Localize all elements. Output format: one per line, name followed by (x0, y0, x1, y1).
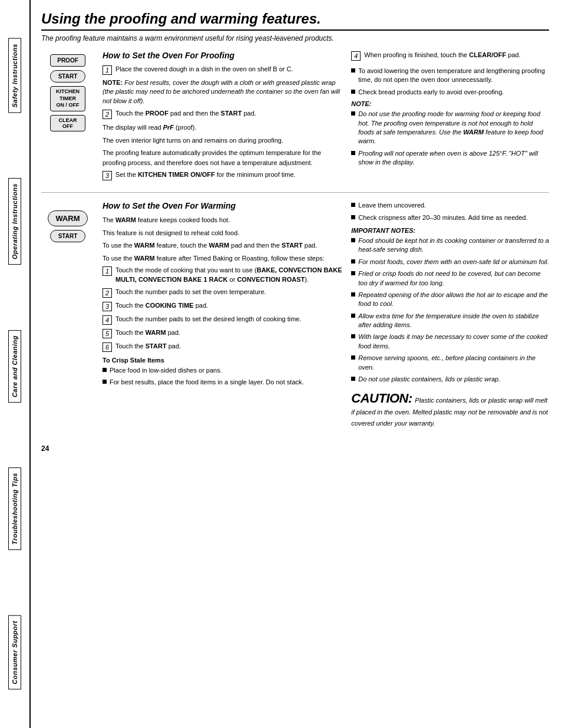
sidebar-item-troubleshooting[interactable]: Troubleshooting Tips (8, 467, 21, 550)
warming-heading: How to Set the Oven For Warming (103, 201, 344, 210)
warming-step2: 2 Touch the number pads to set the oven … (103, 288, 344, 298)
main-content: Using the proofing and warming features.… (31, 0, 562, 728)
warming-step5: 5 Touch the WARM pad. (103, 328, 344, 338)
sidebar-item-safety[interactable]: Safety Instructions (8, 38, 21, 113)
warming-intro2: This feature is not designed to reheat c… (103, 228, 344, 238)
warming-timed: To use the WARM feature after Timed Baki… (103, 253, 344, 263)
page-subtitle: The proofing feature maintains a warm en… (41, 34, 549, 42)
imp-bullet7: Remove serving spoons, etc., before plac… (351, 354, 549, 372)
proofing-step2: 2 Touch the PROOF pad and then the START… (103, 109, 344, 119)
sidebar-item-consumer[interactable]: Consumer Support (8, 615, 21, 690)
kitchen-timer-button[interactable]: KITCHENTIMERON / OFF (50, 86, 85, 111)
light-text: The oven interior light turns on and rem… (103, 136, 344, 146)
warming-right-col: Leave them uncovered. Check crispness af… (351, 201, 549, 428)
crisp-bullet1: Place food in low-sided dishes or pans. (103, 366, 344, 375)
sidebar-item-care[interactable]: Care and Cleaning (8, 330, 21, 403)
proofing-right-col: 4 When proofing is finished, touch the C… (351, 51, 549, 184)
start-button-warm[interactable]: START (50, 230, 85, 242)
imp-bullet4: Repeated opening of the door allows the … (351, 291, 549, 309)
imp-bullet6: With large loads it may be necessary to … (351, 332, 549, 351)
start-button-proof[interactable]: START (50, 70, 85, 83)
sidebar: Safety Instructions Operating Instructio… (0, 0, 31, 728)
proofing-section: PROOF START KITCHENTIMERON / OFF CLEAROF… (41, 51, 549, 193)
proofing-bullet2: Check bread products early to avoid over… (351, 88, 549, 97)
imp-bullet5: Allow extra time for the temperature ins… (351, 312, 549, 330)
sidebar-item-operating[interactable]: Operating Instructions (8, 178, 21, 265)
caution-block: CAUTION: Plastic containers, lids or pla… (351, 391, 549, 428)
proofing-note-bullet1: Do not use the proofing mode for warming… (351, 110, 549, 146)
clear-off-button[interactable]: CLEAROFF (50, 115, 85, 131)
proofing-heading: How to Set the Oven For Proofing (103, 51, 344, 60)
caution-title: CAUTION: (351, 391, 412, 406)
proofing-note: NOTE: For best results, cover the dough … (103, 78, 344, 106)
warming-intro1: The WARM feature keeps cooked foods hot. (103, 215, 344, 225)
imp-bullet8: Do not use plastic containers, lids or p… (351, 375, 549, 384)
feature-text: The proofing feature automatically provi… (103, 148, 344, 167)
page-number: 24 (41, 444, 549, 453)
display-text: The display will read PrF (proof). (103, 123, 344, 133)
proofing-step1: 1 Place the covered dough in a dish in t… (103, 65, 344, 75)
proofing-step3: 3 Set the KITCHEN TIMER ON/OFF for the m… (103, 170, 344, 180)
proofing-body: How to Set the Oven For Proofing 1 Place… (103, 51, 549, 184)
imp-bullet1: Food should be kept hot in its cooking c… (351, 236, 549, 255)
warming-use: To use the WARM feature, touch the WARM … (103, 241, 344, 251)
warming-step4: 4 Touch the number pads to set the desir… (103, 315, 344, 325)
proof-button[interactable]: PROOF (50, 54, 85, 67)
note-text-body: For best results, cover the dough with a… (103, 79, 340, 104)
warming-body: How to Set the Oven For Warming The WARM… (103, 201, 549, 428)
imp-bullet2: For moist foods, cover them with an oven… (351, 258, 549, 266)
crisp-bullet2: For best results, place the food items i… (103, 378, 344, 387)
warming-section: WARM START How to Set the Oven For Warmi… (41, 201, 549, 436)
warming-buttons: WARM START (41, 201, 94, 428)
proofing-buttons: PROOF START KITCHENTIMERON / OFF CLEAROF… (41, 51, 94, 184)
proofing-step4: 4 When proofing is finished, touch the C… (351, 51, 549, 61)
proofing-left-col: How to Set the Oven For Proofing 1 Place… (103, 51, 344, 184)
page-title: Using the proofing and warming features. (41, 11, 549, 31)
imp-bullet3: Fried or crisp foods do not need to be c… (351, 269, 549, 288)
warming-step6: 6 Touch the START pad. (103, 342, 344, 352)
warming-step3: 3 Touch the COOKING TIME pad. (103, 301, 344, 311)
note2-heading: NOTE: (351, 100, 549, 107)
proofing-note-bullet2: Proofing will not operate when oven is a… (351, 149, 549, 167)
warming-step1: 1 Touch the mode of cooking that you wan… (103, 266, 344, 284)
proofing-bullet1: To avoid lowering the oven temperature a… (351, 67, 549, 85)
warm-button[interactable]: WARM (48, 210, 87, 226)
warming-right-bullet1: Leave them uncovered. (351, 201, 549, 210)
important-heading: IMPORTANT NOTES: (351, 227, 549, 234)
warming-left-col: How to Set the Oven For Warming The WARM… (103, 201, 344, 428)
note-label: NOTE: (103, 79, 123, 86)
warming-right-bullet2: Check crispness after 20–30 minutes. Add… (351, 213, 549, 222)
crisp-heading: To Crisp Stale Items (103, 357, 344, 364)
